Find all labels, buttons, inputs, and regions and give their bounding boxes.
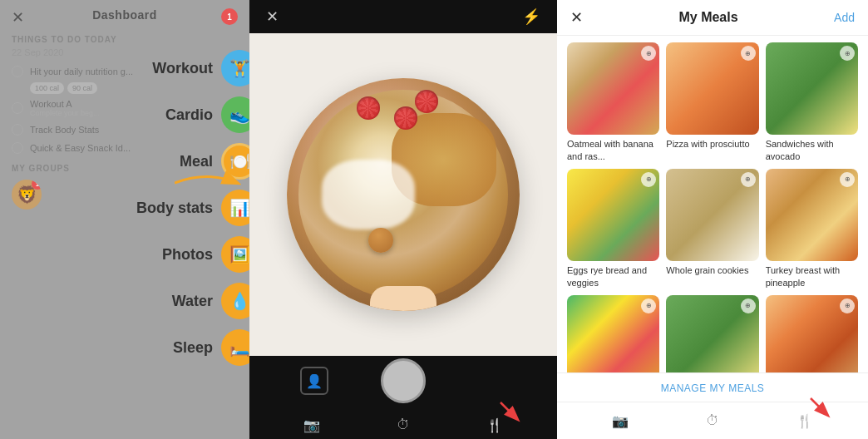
coconut-flakes [322, 160, 415, 229]
raspberry-3 [415, 90, 438, 113]
fork-right-nav[interactable]: 🍴 [793, 409, 816, 432]
camera-close-icon[interactable]: ✕ [266, 7, 279, 26]
todo-text: Workout A [30, 99, 100, 109]
meals-title: My Meals [678, 10, 737, 25]
camera-nav-icon[interactable]: 📷 [300, 413, 323, 437]
menu-item-sleep[interactable]: Sleep 🛏️ [113, 329, 249, 366]
peanut-butter-spot [368, 228, 393, 253]
camera-controls: 👤 [249, 358, 557, 403]
pizza-prosciutto-card[interactable]: ⊕ Pizza with prosciutto [666, 42, 758, 162]
meals-bottom-nav: 📷 ⏱ 🍴 [557, 402, 868, 439]
bowl-image [287, 78, 520, 311]
whole-grain-card[interactable]: ⊕ Whole grain cookies [666, 169, 758, 289]
meals-panel: ✕ My Meals Add ⊕ Oatmeal with banana and… [557, 0, 868, 439]
cal-badge: 90 cal [67, 82, 97, 94]
todo-checkbox[interactable] [12, 102, 23, 114]
close-icon-right[interactable]: ✕ [570, 8, 583, 27]
photos-icon: 🖼️ [221, 236, 249, 273]
menu-label-water: Water [113, 293, 213, 310]
thumb-overlay: ⊕ [741, 172, 756, 187]
whole-grain-label: Whole grain cookies [666, 264, 758, 276]
sleep-icon: 🛏️ [221, 329, 249, 366]
thumb-overlay: ⊕ [840, 172, 855, 187]
todo-checkbox[interactable] [12, 142, 23, 154]
thumb-overlay: ⊕ [741, 298, 756, 313]
turkey-label: Turkey breast with pineapple [766, 264, 858, 289]
clock-right-nav[interactable]: ⏱ [701, 409, 724, 432]
add-button[interactable]: Add [834, 11, 855, 24]
todo-meta: Complete your beg... [30, 109, 100, 117]
gallery-icon[interactable]: 👤 [300, 367, 328, 395]
raspberry-2 [394, 106, 417, 130]
camera-panel: ✕ ⚡ 👤 📷 ⏱ [249, 0, 557, 439]
food-preview-area [249, 33, 557, 356]
sandwiches-avo-label: Sandwiches with avocado [766, 138, 858, 162]
turkey-card[interactable]: ⊕ Turkey breast with pineapple [766, 169, 858, 289]
camera-bottom-nav: 📷 ⏱ 🍴 [249, 410, 557, 437]
thumb-overlay: ⊕ [840, 298, 855, 313]
left-header: ✕ Dashboard 1 [0, 0, 249, 30]
camera-bottom-bar: 👤 📷 ⏱ 🍴 [249, 356, 557, 439]
clock-nav-icon[interactable]: ⏱ [392, 413, 415, 437]
dashboard-title: Dashboard [92, 8, 157, 22]
things-header: THINGS TO DO TODAY [0, 30, 249, 47]
oatmeal-thumb: ⊕ [567, 42, 659, 135]
menu-overlay: Workout 🏋️ Cardio 👟 Meal 🍽️ Body stats 📊 [113, 50, 249, 366]
water-icon: 💧 [221, 283, 249, 319]
meals-header: ✕ My Meals Add [557, 0, 868, 36]
camera-right-nav[interactable]: 📷 [609, 409, 632, 432]
sandwiches-avo-card[interactable]: ⊕ Sandwiches with avocado [766, 42, 858, 162]
todo-checkbox[interactable] [12, 66, 23, 77]
sandwiches-avo2-thumb: ⊕ [666, 295, 758, 372]
menu-label-photos: Photos [113, 246, 213, 264]
pizza2-card[interactable]: ⊕ Pizza with prosciutto [766, 295, 858, 372]
meals-grid: ⊕ Oatmeal with banana and ras... ⊕ Pizza… [557, 36, 868, 372]
fork-nav-icon[interactable]: 🍴 [483, 413, 506, 437]
menu-item-water[interactable]: Water 💧 [113, 283, 249, 319]
cardio-icon: 👟 [221, 96, 249, 133]
camera-top-bar: ✕ ⚡ [249, 0, 557, 33]
fruit-thumb: ⊕ [567, 295, 659, 372]
pizza-prosciutto-thumb: ⊕ [666, 42, 758, 135]
oatmeal-label: Oatmeal with banana and ras... [567, 138, 659, 162]
eggs-card[interactable]: ⊕ Eggs rye bread and veggies [567, 169, 659, 289]
menu-label-cardio: Cardio [113, 106, 213, 124]
turkey-thumb: ⊕ [766, 169, 858, 261]
left-panel: ✕ Dashboard 1 THINGS TO DO TODAY 22 Sep … [0, 0, 249, 439]
hand-holding [370, 286, 436, 311]
menu-item-photos[interactable]: Photos 🖼️ [113, 236, 249, 273]
oatmeal-card[interactable]: ⊕ Oatmeal with banana and ras... [567, 42, 659, 162]
pizza2-thumb: ⊕ [766, 295, 858, 372]
group-avatar[interactable]: 🦁 1 [12, 180, 42, 210]
menu-label-sleep: Sleep [113, 339, 213, 357]
workout-icon: 🏋️ [221, 50, 249, 86]
fruit-card[interactable]: ⊕ Fruit sandwiches [567, 295, 659, 372]
sandwiches-avo-thumb: ⊕ [766, 42, 858, 135]
eggs-thumb: ⊕ [567, 169, 659, 261]
menu-label-workout: Workout [113, 60, 213, 77]
menu-item-cardio[interactable]: Cardio 👟 [113, 96, 249, 133]
notification-badge[interactable]: 1 [221, 8, 238, 25]
thumb-overlay: ⊕ [741, 46, 756, 61]
manage-meals-button[interactable]: MANAGE MY MEALS [661, 382, 765, 394]
whole-grain-thumb: ⊕ [666, 169, 758, 261]
group-badge: 1 [32, 180, 42, 190]
pizza-prosciutto-label: Pizza with prosciutto [666, 138, 758, 150]
shutter-button[interactable] [381, 358, 426, 403]
sandwiches-avo2-card[interactable]: ⊕ Sandwiches with avocado [666, 295, 758, 372]
menu-item-workout[interactable]: Workout 🏋️ [113, 50, 249, 86]
flash-icon[interactable]: ⚡ [522, 7, 540, 26]
thumb-overlay: ⊕ [840, 46, 855, 61]
cal-badge: 100 cal [30, 82, 64, 94]
eggs-label: Eggs rye bread and veggies [567, 264, 659, 289]
arrow-indicator [175, 162, 241, 207]
todo-checkbox[interactable] [12, 124, 23, 136]
close-icon[interactable]: ✕ [12, 8, 24, 27]
